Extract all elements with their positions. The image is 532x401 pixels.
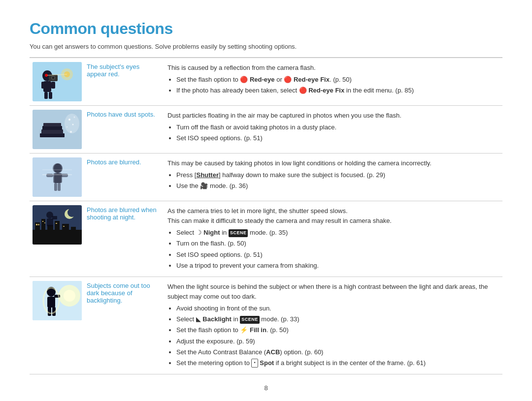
row-content: This is caused by a reflection from the … bbox=[164, 58, 502, 106]
svg-rect-0 bbox=[33, 62, 82, 101]
label-text: The subject's eyesappear red. bbox=[87, 63, 139, 78]
svg-rect-50 bbox=[56, 223, 57, 224]
svg-rect-47 bbox=[38, 224, 39, 225]
svg-rect-48 bbox=[42, 221, 43, 222]
row-image bbox=[33, 157, 82, 197]
table-row: Subjects come out too dark because of ba… bbox=[30, 277, 502, 374]
label-text: Photos are blurred. bbox=[87, 158, 141, 166]
svg-rect-16 bbox=[41, 129, 63, 134]
svg-rect-4 bbox=[51, 82, 55, 89]
svg-rect-59 bbox=[47, 297, 55, 308]
svg-rect-18 bbox=[43, 123, 61, 126]
label-text: Photos have dust spots. bbox=[87, 111, 155, 118]
svg-rect-44 bbox=[62, 224, 69, 245]
page-title: Common questions bbox=[30, 20, 502, 38]
svg-point-27 bbox=[54, 163, 63, 173]
row-content: This may be caused by taking photos in l… bbox=[164, 154, 502, 201]
label-text: Photos are blurred when shooting at nigh… bbox=[87, 206, 157, 221]
table-row: Photos are blurred when shooting at nigh… bbox=[30, 201, 502, 277]
table-row: Photos are blurred. This may be caused b… bbox=[30, 154, 502, 201]
svg-rect-46 bbox=[36, 224, 37, 225]
row-label: Photos have dust spots. bbox=[85, 106, 164, 154]
svg-rect-43 bbox=[55, 221, 60, 245]
svg-point-52 bbox=[46, 212, 53, 218]
row-content: As the camera tries to let in more light… bbox=[164, 201, 502, 277]
table-row: The subject's eyesappear red. This is ca… bbox=[30, 58, 502, 106]
row-image-cell bbox=[30, 201, 85, 277]
row-label: Photos are blurred when shooting at nigh… bbox=[85, 201, 164, 277]
row-image-cell bbox=[30, 58, 85, 106]
svg-rect-45 bbox=[71, 227, 76, 245]
svg-rect-40 bbox=[35, 222, 40, 245]
row-image bbox=[33, 110, 82, 149]
row-content: When the light source is behind the subj… bbox=[164, 277, 502, 374]
svg-rect-5 bbox=[44, 92, 48, 99]
svg-rect-61 bbox=[48, 307, 51, 316]
row-label: Subjects come out too dark because of ba… bbox=[85, 277, 164, 374]
row-image-cell bbox=[30, 106, 85, 154]
row-image-cell bbox=[30, 154, 85, 201]
row-image bbox=[33, 281, 82, 320]
svg-rect-33 bbox=[58, 183, 61, 191]
row-image bbox=[33, 205, 82, 245]
svg-rect-51 bbox=[63, 226, 65, 227]
svg-point-9 bbox=[52, 77, 55, 79]
svg-rect-3 bbox=[41, 82, 45, 89]
svg-rect-42 bbox=[47, 225, 53, 245]
table-row: Photos have dust spots. Dust particles f… bbox=[30, 106, 502, 154]
row-label: Photos are blurred. bbox=[85, 154, 164, 201]
page-subtitle: You can get answers to common questions.… bbox=[30, 43, 502, 50]
svg-point-38 bbox=[67, 208, 76, 217]
svg-rect-32 bbox=[54, 183, 57, 191]
faq-table: The subject's eyesappear red. This is ca… bbox=[30, 58, 502, 374]
row-image bbox=[33, 62, 82, 101]
svg-rect-15 bbox=[40, 133, 65, 137]
svg-point-24 bbox=[65, 114, 79, 133]
row-image-cell bbox=[30, 277, 85, 374]
svg-point-57 bbox=[64, 290, 75, 302]
svg-rect-54 bbox=[52, 216, 57, 219]
row-content: Dust particles floating in the air may b… bbox=[164, 106, 502, 154]
row-label: The subject's eyesappear red. bbox=[85, 58, 164, 106]
svg-rect-53 bbox=[47, 218, 53, 226]
label-text: Subjects come out too dark because of ba… bbox=[87, 282, 150, 304]
svg-rect-6 bbox=[49, 92, 52, 99]
page-number: 8 bbox=[30, 384, 502, 392]
svg-rect-49 bbox=[44, 222, 45, 223]
svg-rect-17 bbox=[42, 126, 62, 130]
